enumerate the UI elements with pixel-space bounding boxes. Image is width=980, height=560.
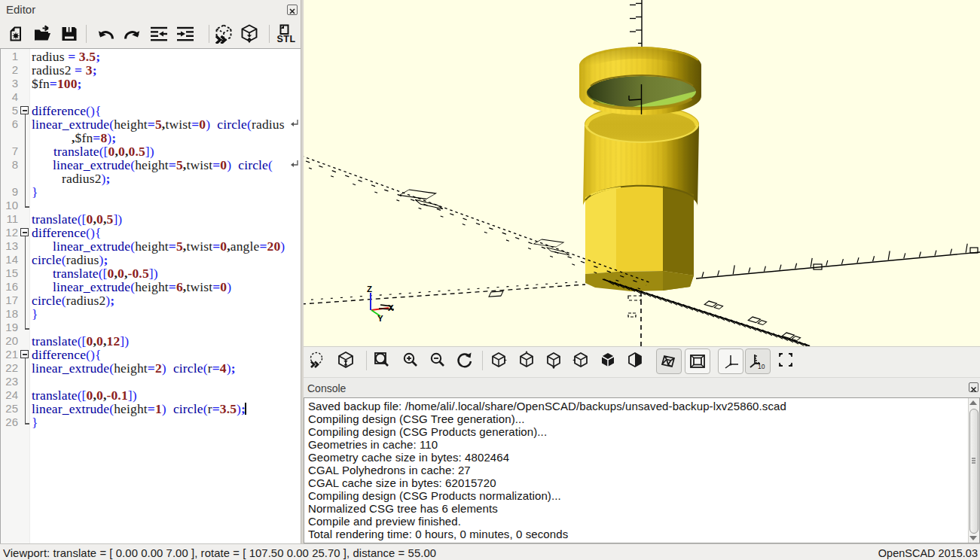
svg-text:STL: STL	[277, 34, 296, 44]
svg-text:X: X	[388, 303, 394, 312]
svg-text:10: 10	[758, 363, 765, 370]
svg-text:Z: Z	[367, 285, 372, 294]
svg-text:Y: Y	[377, 314, 383, 323]
